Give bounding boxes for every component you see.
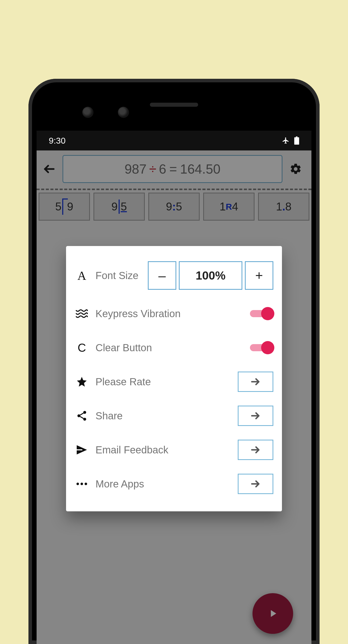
keypress-vibration-toggle[interactable] (250, 308, 273, 320)
more-apps-button[interactable] (238, 474, 273, 494)
font-size-row: A Font Size – 100% + (75, 256, 273, 295)
font-size-icon: A (75, 268, 89, 283)
font-size-decrease-button[interactable]: – (148, 261, 176, 290)
please-rate-button[interactable] (238, 372, 273, 392)
front-camera (82, 107, 93, 118)
svg-point-2 (83, 418, 86, 421)
svg-point-5 (85, 483, 87, 485)
more-icon (75, 477, 89, 491)
more-apps-row: More Apps (75, 469, 273, 499)
font-size-value: 100% (179, 261, 242, 290)
email-feedback-label: Email Feedback (96, 444, 231, 456)
svg-point-4 (81, 483, 83, 485)
keypress-vibration-label: Keypress Vibration (96, 308, 243, 319)
svg-point-1 (77, 414, 81, 417)
svg-point-3 (76, 483, 79, 485)
font-size-increase-button[interactable]: + (245, 261, 273, 290)
front-camera-2 (118, 107, 129, 118)
share-button[interactable] (238, 406, 273, 426)
airplane-mode-icon (282, 137, 290, 144)
please-rate-label: Please Rate (96, 376, 231, 388)
status-bar: 9:30 (37, 131, 311, 150)
status-time: 9:30 (49, 136, 66, 146)
phone-frame: 9:30 987 ÷ 6 = 164.50 (28, 79, 320, 644)
settings-dialog: A Font Size – 100% + Keypress Vibration (66, 246, 282, 511)
clear-button-label: Clear Button (96, 342, 243, 354)
clear-button-toggle[interactable] (250, 342, 273, 354)
vibration-icon (75, 306, 89, 321)
phone-screen: 9:30 987 ÷ 6 = 164.50 (37, 87, 311, 644)
email-feedback-row: Email Feedback (75, 435, 273, 465)
please-rate-row: Please Rate (75, 366, 273, 397)
svg-point-0 (83, 411, 86, 414)
share-row: Share (75, 401, 273, 431)
share-icon (75, 409, 89, 423)
clear-icon: C (75, 341, 89, 355)
more-apps-label: More Apps (96, 478, 231, 490)
star-icon (75, 375, 89, 389)
battery-icon (294, 136, 299, 145)
speaker-grille (150, 103, 198, 107)
email-feedback-button[interactable] (238, 440, 273, 460)
font-size-label: Font Size (96, 270, 141, 281)
share-label: Share (96, 410, 231, 422)
send-icon (75, 443, 89, 457)
keypress-vibration-row: Keypress Vibration (75, 298, 273, 329)
clear-button-row: C Clear Button (75, 332, 273, 363)
